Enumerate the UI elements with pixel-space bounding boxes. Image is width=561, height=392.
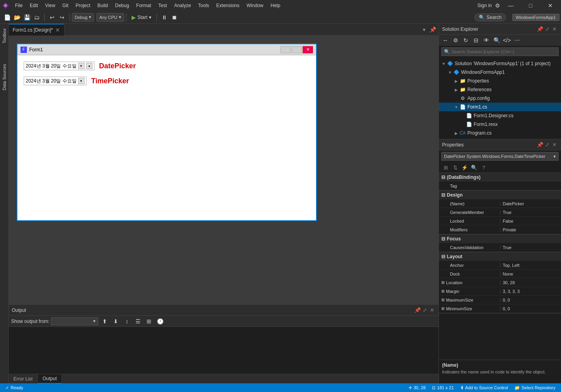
section-layout-header[interactable]: ⊟ Layout	[439, 252, 561, 261]
toolbox-tab[interactable]: Toolbox	[1, 27, 8, 45]
section-focus-header[interactable]: ⊟ Focus	[439, 234, 561, 243]
menu-format[interactable]: Format	[133, 2, 154, 9]
save-all-btn[interactable]: 🗂	[32, 13, 41, 22]
se-close-btn[interactable]: ✕	[551, 26, 558, 33]
prop-margin-expand[interactable]: ⊞	[441, 289, 444, 293]
prop-generatemember-value[interactable]: True	[500, 210, 561, 215]
status-position[interactable]: ✛ 30, 28	[406, 385, 428, 390]
debug-dropdown[interactable]: Debug ▾	[72, 13, 94, 22]
output-close-btn[interactable]: ✕	[428, 307, 435, 314]
output-btn-5[interactable]: ⊞	[144, 317, 154, 326]
menu-tools[interactable]: Tools	[195, 2, 212, 9]
close-button[interactable]: ✕	[541, 0, 559, 11]
menu-git[interactable]: Git	[59, 2, 72, 9]
tree-form1resx[interactable]: 📄 Form1.resx	[439, 120, 561, 129]
output-btn-6[interactable]: 🕐	[155, 317, 165, 326]
new-project-btn[interactable]: 📄	[2, 13, 12, 22]
prop-maximumsize-expand[interactable]: ⊞	[441, 298, 444, 302]
props-categorized-btn[interactable]: ⊞	[441, 163, 450, 172]
toolbar-btn-a[interactable]: ⏸	[160, 13, 169, 22]
tree-toggle-form1cs[interactable]: ▼	[453, 104, 459, 110]
menu-window[interactable]: Window	[243, 2, 267, 9]
tree-references[interactable]: ▶ 📁 References	[439, 85, 561, 94]
tree-properties[interactable]: ▶ 📁 Properties	[439, 77, 561, 85]
output-btn-1[interactable]: ⬆	[100, 317, 109, 326]
tree-toggle-properties[interactable]: ▶	[453, 78, 459, 84]
prop-minimumsize-expand[interactable]: ⊞	[441, 306, 444, 311]
menu-help[interactable]: Help	[267, 2, 284, 9]
props-help-btn[interactable]: ?	[479, 163, 488, 172]
tree-programcs[interactable]: ▶ C# Program.cs	[439, 129, 561, 137]
section-design-header[interactable]: ⊟ Design	[439, 191, 561, 199]
props-close-btn[interactable]: ✕	[551, 141, 558, 148]
se-pin-btn[interactable]: 📌	[537, 26, 544, 33]
menu-extensions[interactable]: Extensions	[213, 2, 243, 9]
prop-modifiers-value[interactable]: Private	[500, 227, 561, 232]
se-maximize-btn[interactable]: ⤢	[544, 26, 551, 33]
maximize-button[interactable]: □	[521, 0, 540, 11]
output-pin-btn[interactable]: 📌	[414, 307, 421, 314]
prop-causesvalidation-value[interactable]: True	[500, 245, 561, 250]
tab-dropdown-btn[interactable]: ▾	[420, 26, 427, 33]
error-list-tab[interactable]: Error List	[9, 374, 38, 384]
se-more-btn[interactable]: ⋯	[512, 36, 522, 45]
form-minimize-btn[interactable]: —	[280, 46, 291, 53]
menu-project[interactable]: Project	[72, 2, 93, 9]
prop-name-value[interactable]: DatePicker	[500, 201, 561, 206]
tab-pin-btn[interactable]: 📌	[429, 26, 436, 33]
props-pin-btn[interactable]: 📌	[537, 141, 544, 148]
se-search-box[interactable]: 🔍	[441, 47, 559, 56]
se-collapse-btn[interactable]: ⊟	[471, 36, 481, 45]
form-window[interactable]: F Form1 — □ ✕ 2024년 3월 20일 수요일 ▾ ◂	[17, 43, 317, 221]
props-maximize-btn[interactable]: ⤢	[544, 141, 551, 148]
prop-location-expand[interactable]: ⊞	[441, 280, 444, 285]
cpu-dropdown[interactable]: Any CPU ▾	[96, 13, 124, 22]
prop-location-value[interactable]: 30, 28	[500, 280, 561, 285]
menu-debug[interactable]: Debug	[112, 2, 132, 9]
form-restore-btn[interactable]: □	[292, 46, 302, 53]
prop-margin-value[interactable]: 3, 3, 3, 3	[500, 289, 561, 294]
datepicker-control[interactable]: 2024년 3월 20일 수요일 ▾ ◂	[24, 62, 94, 70]
menu-analyze[interactable]: Analyze	[171, 2, 194, 9]
signin-text[interactable]: Sign in	[477, 3, 492, 8]
output-tab[interactable]: Output	[38, 374, 62, 384]
se-code-btn[interactable]: </>	[502, 36, 512, 45]
se-show-all-btn[interactable]: 👁	[482, 36, 491, 45]
props-alpha-btn[interactable]: ⇅	[451, 163, 459, 172]
start-button[interactable]: ▶ Start ▾	[128, 13, 154, 22]
props-object-selector[interactable]: DatePicker System.Windows.Forms.DateTime…	[441, 152, 559, 161]
datepicker-dropdown-btn[interactable]: ▾	[78, 63, 85, 69]
form-design-tab-close[interactable]: ✕	[55, 27, 60, 33]
output-btn-4[interactable]: ☰	[133, 317, 143, 326]
output-btn-3[interactable]: ↕	[122, 317, 132, 326]
prop-locked-value[interactable]: False	[500, 219, 561, 223]
undo-btn[interactable]: ↩	[47, 13, 57, 22]
menu-file[interactable]: File	[12, 2, 26, 9]
status-add-source-control[interactable]: ⬆ Add to Source Control	[458, 385, 510, 390]
tree-toggle-programcs[interactable]: ▶	[453, 130, 459, 136]
tree-toggle-solution[interactable]: ▼	[441, 60, 447, 67]
status-select-repository[interactable]: 📁 Select Repository	[512, 385, 558, 390]
prop-maximumsize-value[interactable]: 0, 0	[500, 298, 561, 302]
prop-dock-value[interactable]: None	[500, 272, 561, 276]
form-close-btn[interactable]: ✕	[303, 46, 313, 53]
tree-toggle-references[interactable]: ▶	[453, 86, 459, 93]
menu-test[interactable]: Test	[155, 2, 170, 9]
se-refresh-btn[interactable]: ↻	[461, 36, 471, 45]
tree-project[interactable]: ▼ 🔷 WindowsFormsApp1	[439, 68, 561, 77]
props-search-btn[interactable]: 🔍	[470, 163, 478, 172]
status-size[interactable]: ⊡ 181 x 21	[429, 385, 456, 390]
data-sources-tab[interactable]: Data Sources	[1, 62, 8, 92]
tree-appconfig[interactable]: ⚙ App.config	[439, 94, 561, 103]
timepicker-control[interactable]: 2024년 3월 20일 수요일 ▾	[24, 77, 87, 85]
datepicker-spin-btn[interactable]: ◂	[86, 63, 92, 69]
tree-toggle-project[interactable]: ▼	[447, 69, 453, 75]
props-events-btn[interactable]: ⚡	[460, 163, 469, 172]
global-search[interactable]: 🔍 Search	[474, 13, 506, 21]
timepicker-dropdown-btn[interactable]: ▾	[78, 78, 85, 84]
se-sync-btn[interactable]: ↔	[441, 36, 450, 45]
prop-anchor-value[interactable]: Top, Left	[500, 263, 561, 268]
settings-icon[interactable]: ⚙	[495, 2, 500, 9]
section-databindings-header[interactable]: ⊟ (DataBindings)	[439, 173, 561, 182]
tree-solution[interactable]: ▼ 🔷 Solution 'WindowsFormsApp1' (1 of 1 …	[439, 59, 561, 68]
